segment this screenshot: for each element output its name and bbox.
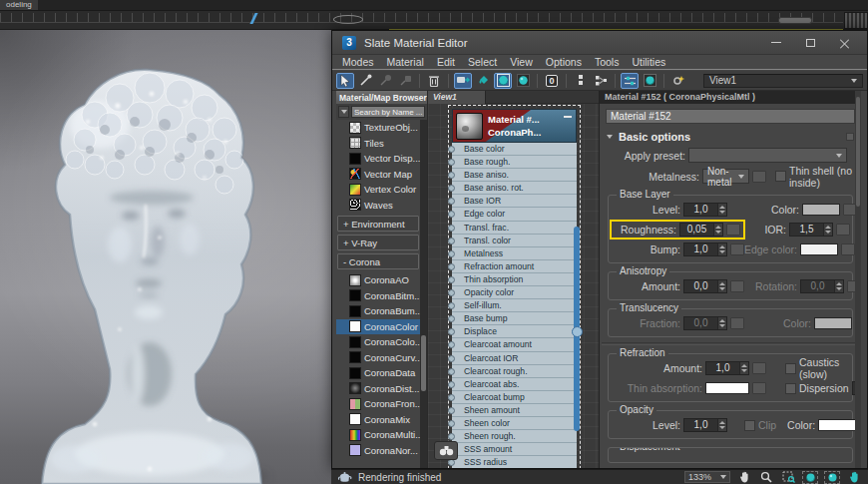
ior-spinner[interactable]: 1,5 [789, 223, 833, 237]
material-node[interactable]: Material #... CoronaPh... Base color [452, 109, 577, 468]
menu-item[interactable]: Tools [595, 56, 620, 68]
dispersion-checkbox[interactable] [785, 383, 796, 394]
browser-item[interactable]: CoronaAO [336, 272, 420, 288]
slot-socket[interactable] [448, 368, 455, 375]
node-collapse-button[interactable] [564, 114, 572, 119]
move-children-button[interactable] [454, 73, 472, 89]
menu-item[interactable]: Modes [342, 56, 374, 68]
zoom-tool-button[interactable] [758, 471, 774, 484]
browser-item[interactable]: Tiles [336, 136, 420, 152]
translucency-color-swatch[interactable] [814, 317, 852, 329]
fraction-spinner[interactable]: 0,0 [683, 316, 727, 330]
basic-options-rollout[interactable]: Basic options [600, 128, 861, 145]
metalness-map-button[interactable] [752, 171, 766, 183]
browser-item[interactable]: + Environment [337, 216, 419, 232]
slot-socket[interactable] [448, 263, 455, 270]
pick-material-instance-button[interactable] [396, 73, 414, 89]
menu-item[interactable]: View [510, 56, 533, 68]
slot-socket[interactable] [448, 289, 455, 296]
show-shaded-material-in-viewport-button[interactable] [494, 73, 512, 89]
timeline-trackbar[interactable] [0, 10, 868, 30]
slot-socket[interactable] [448, 315, 455, 322]
material-parameter-editor-toggle-button[interactable] [621, 73, 639, 89]
slot-socket[interactable] [448, 420, 455, 427]
utilities-settings-button[interactable] [669, 73, 687, 89]
slot-socket[interactable] [448, 302, 455, 309]
roughness-map-button[interactable] [726, 224, 740, 236]
pick-material-button[interactable] [356, 73, 374, 89]
params-scrollbar[interactable] [855, 91, 861, 468]
browser-item[interactable]: CoronaFron... [336, 396, 420, 412]
slot-socket[interactable] [448, 433, 455, 440]
slot-socket[interactable] [448, 276, 455, 283]
browser-item[interactable]: CoronaCurv... [336, 350, 420, 366]
material-id-channel-button[interactable]: 0 [543, 73, 561, 89]
slot-socket[interactable] [448, 328, 455, 335]
edge-color-swatch[interactable] [800, 243, 838, 255]
node-view-tab[interactable]: View1 [428, 91, 486, 104]
browser-item[interactable]: CoronaBum... [336, 303, 420, 319]
browser-item[interactable]: CoronaMix [336, 412, 420, 428]
browser-item[interactable]: CoronaMulti... [336, 427, 420, 443]
zoom-level-dropdown[interactable]: 133% [684, 471, 730, 483]
aniso-amount-spinner[interactable]: 0,0 [683, 279, 727, 293]
browser-item[interactable]: Vector Disp... [336, 151, 420, 167]
bump-spinner[interactable]: 1,0 [683, 242, 727, 256]
node-slot-scrollbar[interactable] [574, 227, 580, 431]
browser-item[interactable]: + V-Ray [337, 235, 419, 250]
params-scrollbar-thumb[interactable] [856, 97, 860, 207]
metalness-dropdown[interactable]: Non-metal [702, 169, 749, 184]
refraction-amount-spinner[interactable]: 1,0 [705, 361, 749, 375]
material-node-header[interactable]: Material #... CoronaPh... [452, 109, 577, 143]
opacity-level-spinner[interactable]: 1,0 [683, 418, 727, 432]
slot-socket[interactable] [448, 185, 455, 192]
menu-item[interactable]: Edit [437, 56, 455, 68]
assign-material-to-selection-button[interactable] [474, 73, 492, 89]
select-tool-button[interactable] [336, 73, 354, 89]
maximize-button[interactable] [797, 35, 823, 51]
pan-tool-button[interactable] [736, 471, 752, 484]
pick-material-from-object-button[interactable] [376, 73, 394, 89]
browser-item[interactable]: CoronaDist... [336, 381, 420, 397]
slot-socket[interactable] [448, 172, 455, 179]
search-filter-button[interactable] [338, 106, 349, 118]
aniso-amount-map-button[interactable] [730, 280, 744, 292]
rollout-corner-widget[interactable] [846, 133, 854, 141]
thin-shell-checkbox[interactable] [775, 171, 786, 182]
spinner-arrows-icon[interactable] [717, 280, 726, 292]
thin-absorption-map-button[interactable] [752, 382, 766, 394]
browser-scrollbar[interactable] [420, 120, 427, 468]
spinner-arrows-icon[interactable] [717, 317, 726, 329]
browser-item[interactable]: - Corona [337, 253, 419, 269]
slot-socket[interactable] [448, 394, 455, 401]
window-titlebar[interactable]: 3 Slate Material Editor [332, 31, 867, 55]
viewport-render[interactable] [0, 30, 331, 484]
spinner-arrows-icon[interactable] [739, 362, 748, 374]
rotation-spinner[interactable]: 0,0 [800, 279, 844, 293]
browser-item[interactable]: CoronaBitm... [336, 288, 420, 304]
slot-socket[interactable] [448, 238, 455, 244]
menu-item[interactable]: Options [546, 56, 582, 68]
clip-checkbox[interactable] [744, 420, 755, 431]
slot-socket[interactable] [448, 355, 455, 362]
refraction-amount-map-button[interactable] [752, 362, 766, 374]
layout-children-button[interactable] [572, 73, 590, 89]
browser-item[interactable]: CoronaColo... [336, 334, 420, 350]
spinner-arrows-icon[interactable] [717, 204, 726, 216]
zoom-region-tool-button[interactable] [780, 471, 796, 484]
slot-socket[interactable] [448, 211, 455, 218]
slot-socket[interactable] [448, 459, 455, 466]
spinner-arrows-icon[interactable] [823, 224, 832, 236]
slot-socket[interactable] [448, 250, 455, 257]
view-selector-dropdown[interactable]: View1 [703, 74, 863, 88]
browser-item[interactable]: CoronaColor [336, 319, 420, 335]
level-spinner[interactable]: 1,0 [683, 203, 727, 217]
ribbon-tab-modeling[interactable]: odeling [0, 0, 38, 10]
slot-socket[interactable] [448, 225, 455, 232]
browser-item[interactable]: Waves [336, 198, 420, 214]
pan-teal-button[interactable] [846, 471, 862, 484]
slot-socket[interactable] [448, 407, 455, 414]
find-node-button[interactable] [434, 441, 458, 460]
browser-item[interactable]: Vertex Color [336, 182, 420, 198]
spinner-arrows-icon[interactable] [834, 280, 843, 292]
